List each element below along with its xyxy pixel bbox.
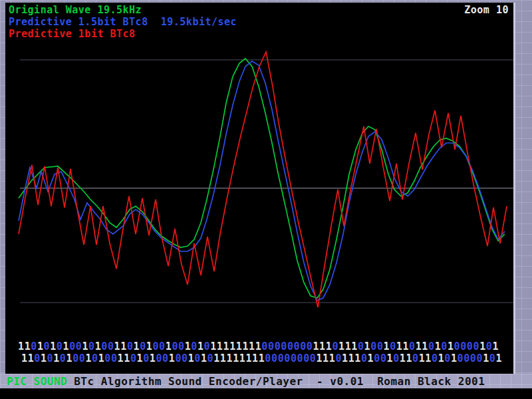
legend-predictive-15bit: Predictive 1.5bit BTc8 19.5kbit/sec	[9, 16, 237, 28]
bottom-black-strip	[0, 388, 532, 399]
plot-client-area	[5, 3, 515, 374]
bitstream-row-2: 1101010100101001101010010010101111111100…	[21, 352, 502, 364]
status-bar: PIC SOUND BTc Algorithm Sound Encoder/Pl…	[0, 374, 532, 388]
legend-original-wave: Original Wave 19.5kHz	[9, 4, 142, 16]
zoom-level-indicator: Zoom 10	[399, 4, 509, 16]
legend-predictive-1bit: Predictive 1bit BTc8	[9, 28, 136, 40]
status-title: BTc Algorithm Sound Encoder/Player - v0.…	[74, 375, 485, 388]
app-screen: Original Wave 19.5kHz Predictive 1.5bit …	[0, 0, 532, 399]
bitstream-row-1: 1101010100101001101010010010101111111100…	[18, 340, 499, 352]
status-app-name: PIC SOUND	[7, 375, 67, 388]
